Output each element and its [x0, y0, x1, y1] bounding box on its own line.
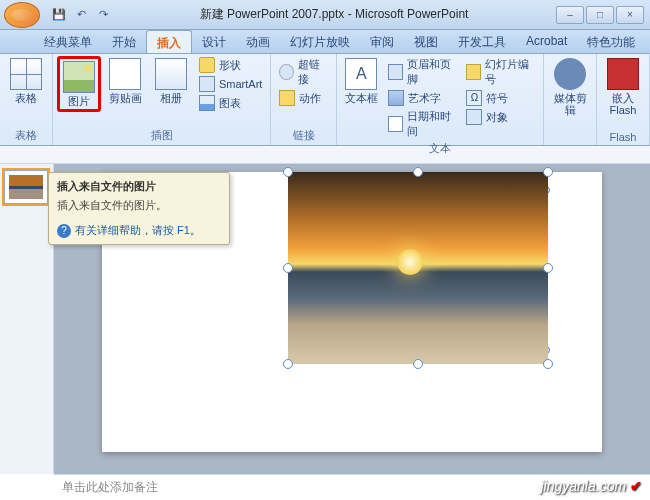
datetime-button[interactable]: 日期和时间: [384, 108, 461, 140]
save-icon[interactable]: 💾: [50, 6, 68, 24]
symbol-button[interactable]: Ω符号: [462, 89, 539, 107]
smartart-icon: [199, 76, 215, 92]
hyperlink-icon: [279, 64, 294, 80]
clipart-button[interactable]: 剪贴画: [103, 56, 147, 106]
symbol-icon: Ω: [466, 90, 482, 106]
tab-insert[interactable]: 插入: [146, 30, 192, 53]
quick-access-toolbar: 💾 ↶ ↷: [50, 6, 112, 24]
resize-handle[interactable]: [543, 167, 553, 177]
album-button[interactable]: 相册: [149, 56, 193, 106]
tooltip-title: 插入来自文件的图片: [57, 179, 221, 194]
window-controls: – □ ×: [556, 6, 644, 24]
tab-slideshow[interactable]: 幻灯片放映: [280, 30, 360, 53]
tab-developer[interactable]: 开发工具: [448, 30, 516, 53]
resize-handle[interactable]: [543, 263, 553, 273]
tab-classic[interactable]: 经典菜单: [34, 30, 102, 53]
hyperlink-button[interactable]: 超链接: [275, 56, 331, 88]
resize-handle[interactable]: [543, 359, 553, 369]
chart-icon: [199, 95, 215, 111]
thumbnail-image: [9, 175, 43, 199]
object-icon: [466, 109, 482, 125]
media-icon: [554, 58, 586, 90]
titlebar: 💾 ↶ ↷ 新建 PowerPoint 2007.pptx - Microsof…: [0, 0, 650, 30]
group-tables: 表格 表格: [0, 54, 53, 145]
header-footer-icon: [388, 64, 403, 80]
tooltip-description: 插入来自文件的图片。: [57, 198, 221, 213]
tab-animations[interactable]: 动画: [236, 30, 280, 53]
minimize-button[interactable]: –: [556, 6, 584, 24]
tooltip-help: 有关详细帮助，请按 F1。: [57, 223, 221, 238]
textbox-button[interactable]: A 文本框: [341, 56, 382, 106]
ribbon-tabs: 经典菜单 开始 插入 设计 动画 幻灯片放映 审阅 视图 开发工具 Acroba…: [0, 30, 650, 54]
chart-button[interactable]: 图表: [195, 94, 266, 112]
object-button[interactable]: 对象: [462, 108, 539, 126]
shapes-icon: [199, 57, 215, 73]
picture-button[interactable]: 图片: [57, 56, 101, 112]
group-text: A 文本框 页眉和页脚 艺术字 日期和时间 幻灯片编号 Ω符号 对象 文本: [337, 54, 544, 145]
action-button[interactable]: 动作: [275, 89, 331, 107]
header-footer-button[interactable]: 页眉和页脚: [384, 56, 461, 88]
resize-handle[interactable]: [283, 167, 293, 177]
close-button[interactable]: ×: [616, 6, 644, 24]
slide-thumbnail-1[interactable]: [4, 170, 48, 204]
smartart-button[interactable]: SmartArt: [195, 75, 266, 93]
clipart-icon: [109, 58, 141, 90]
shapes-button[interactable]: 形状: [195, 56, 266, 74]
group-links: 超链接 动作 链接: [271, 54, 336, 145]
tab-acrobat[interactable]: Acrobat: [516, 30, 577, 53]
textbox-icon: A: [345, 58, 377, 90]
flash-button[interactable]: 嵌入 Flash: [601, 56, 645, 118]
thumbnail-pane[interactable]: [0, 164, 54, 474]
group-media: 媒体剪辑: [544, 54, 597, 145]
tab-review[interactable]: 审阅: [360, 30, 404, 53]
undo-icon[interactable]: ↶: [72, 6, 90, 24]
wordart-icon: [388, 90, 404, 106]
tab-special[interactable]: 特色功能: [577, 30, 645, 53]
action-icon: [279, 90, 295, 106]
table-icon: [10, 58, 42, 90]
ruler: [0, 146, 650, 164]
resize-handle[interactable]: [283, 359, 293, 369]
picture-icon: [63, 61, 95, 93]
tooltip: 插入来自文件的图片 插入来自文件的图片。 有关详细帮助，请按 F1。: [48, 172, 230, 245]
office-button[interactable]: [4, 2, 40, 28]
resize-handle[interactable]: [413, 167, 423, 177]
media-button[interactable]: 媒体剪辑: [548, 56, 592, 118]
ribbon: 表格 表格 图片 剪贴画 相册 形状 SmartArt 图表 插: [0, 54, 650, 146]
redo-icon[interactable]: ↷: [94, 6, 112, 24]
table-button[interactable]: 表格: [4, 56, 48, 106]
sun-graphic: [397, 249, 423, 275]
wordart-button[interactable]: 艺术字: [384, 89, 461, 107]
maximize-button[interactable]: □: [586, 6, 614, 24]
group-flash: 嵌入 Flash Flash: [597, 54, 650, 145]
flash-icon: [607, 58, 639, 90]
datetime-icon: [388, 116, 403, 132]
inserted-image[interactable]: [288, 172, 548, 364]
resize-handle[interactable]: [283, 263, 293, 273]
tab-home[interactable]: 开始: [102, 30, 146, 53]
watermark: jingyanla.com ✔: [541, 478, 643, 494]
tab-design[interactable]: 设计: [192, 30, 236, 53]
tab-view[interactable]: 视图: [404, 30, 448, 53]
slidenum-button[interactable]: 幻灯片编号: [462, 56, 539, 88]
slidenum-icon: [466, 64, 481, 80]
window-title: 新建 PowerPoint 2007.pptx - Microsoft Powe…: [112, 6, 556, 23]
resize-handle[interactable]: [413, 359, 423, 369]
group-illustrations: 图片 剪贴画 相册 形状 SmartArt 图表 插图: [53, 54, 271, 145]
album-icon: [155, 58, 187, 90]
